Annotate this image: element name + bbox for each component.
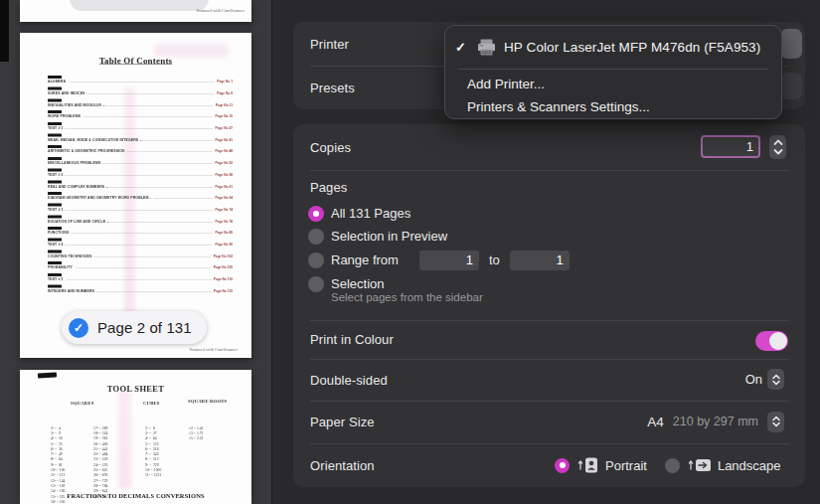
toolsheet-squares-col-b: 17² = 28918² = 32419² = 36120² = 40021² …	[93, 410, 107, 499]
menu-item-add-printer[interactable]: Add Printer...	[445, 73, 781, 95]
toc-entry: WORD PROBLEMS Page No 15	[48, 110, 233, 122]
toc-chapter-blob	[48, 76, 62, 79]
toc-leader-dots	[66, 210, 213, 211]
printer-dropdown-menu: ✓ HP Color LaserJet MFP M476dn (F5A953) …	[444, 25, 782, 119]
toc-chapter-blob	[48, 215, 62, 218]
print-in-colour-toggle[interactable]	[755, 331, 788, 351]
toc-entry-page: Page No 48	[215, 149, 233, 153]
range-from-input[interactable]: 1	[419, 251, 479, 270]
toc-entry-page: Page No 15	[215, 114, 233, 118]
orientation-portrait-radio[interactable]	[555, 458, 570, 473]
toc-entry-page: Page No 85	[215, 231, 233, 235]
thumbnail-page-2[interactable]: Table Of Contents ALGEBRA Page No 1	[20, 33, 251, 358]
presets-row-label: Presets	[310, 66, 355, 109]
toc-entry: COUNTING TECHNIQUES Page No 102	[48, 250, 233, 261]
double-sided-stepper[interactable]	[767, 369, 784, 390]
toc-entry-title: MEAN, MEDIAN, MODE & CONSECUTIVE INTEGER…	[48, 137, 138, 141]
toc-entry: EQUATION OF LINE AND CIRCLE Page No 78	[48, 215, 233, 227]
toc-chapter-blob	[48, 261, 62, 264]
checkmark-icon: ✓	[69, 318, 88, 338]
toc-entry: DIAGRAM GEOMETRY AND GEOMETRY WORD PROBL…	[48, 192, 233, 204]
toc-entry-page: Page No 27	[215, 126, 233, 130]
scan-ink-mark	[38, 372, 57, 378]
toc-entry: TEST # 3 Page No 74	[48, 204, 233, 216]
pages-option-range[interactable]: Range from 1 to 1	[308, 249, 570, 271]
pages-label: Pages	[310, 170, 347, 204]
toc-entry-title: ALGEBRA	[48, 80, 66, 84]
orientation-landscape-label[interactable]: Landscape	[718, 458, 781, 473]
pages-option-selection-in-preview[interactable]: Selection in Preview	[308, 225, 447, 248]
toolsheet-roots-col: √2 = 1.41√3 = 1.73√5 = 2.23	[189, 410, 203, 441]
copies-input[interactable]: 1	[701, 135, 760, 158]
toc-entry: INEQUALITIES AND MODULUS Page No 11	[48, 98, 233, 110]
toc-entry: FUNCTIONS Page No 85	[48, 227, 233, 239]
toolsheet-header-squares: SQUARES	[71, 401, 93, 406]
paper-size-detail: 210 by 297 mm	[673, 415, 758, 428]
radio-icon[interactable]	[308, 229, 324, 245]
toc-entry-title: INTEGERS AND NUMBERS	[48, 289, 94, 293]
presets-popup-button[interactable]	[780, 73, 802, 99]
current-page-badge: ✓ Page 2 of 131	[62, 311, 207, 344]
toc-leader-dots	[107, 222, 213, 223]
toc-entry-page: Page No 61	[215, 184, 233, 188]
sidebar-divider	[271, 0, 272, 504]
toc-leader-dots	[154, 198, 213, 199]
toolsheet-title: TOOL SHEET	[20, 384, 251, 394]
range-to-input[interactable]: 1	[510, 251, 570, 270]
toolsheet-header-cubes: CUBES	[143, 401, 160, 406]
toc-entry-page: Page No 64	[215, 196, 233, 200]
toc-entry: TEST # 4 Page No 95	[48, 239, 233, 251]
radio-icon[interactable]	[308, 252, 324, 268]
thumbnail-page-3[interactable]: TOOL SHEET SQUARES CUBES SQUARE ROOTS 2²…	[20, 370, 251, 504]
toc-leader-dots	[93, 256, 211, 257]
toc-entry-title: COUNTING TECHNIQUES	[48, 253, 91, 257]
toc-entry-title: EQUATION OF LINE AND CIRCLE	[48, 219, 105, 223]
copies-stepper[interactable]	[769, 135, 786, 159]
toc-entry-page: Page No 102	[214, 253, 233, 257]
toc-entry-page: Page No 41	[215, 137, 233, 141]
menu-divider	[458, 69, 768, 70]
print-settings-card: Copies 1 Pages All 131 Pages Selection i…	[293, 124, 805, 487]
toc-entry-page: Page No 115	[214, 289, 233, 293]
toolsheet-squares-col-a: 2² = 43² = 94² = 165² = 256² = 367² = 49…	[51, 410, 65, 504]
toc-entry-title: TEST # 1	[48, 126, 64, 130]
print-in-colour-label: Print in Colour	[310, 320, 394, 359]
camscanner-watermark: Scanned with CamScanner	[190, 347, 238, 352]
toc-entry-title: TEST # 2	[48, 173, 64, 177]
toc-list: ALGEBRA Page No 1 SURDS AND INDICES Page…	[48, 76, 233, 296]
toc-leader-dots	[66, 175, 213, 176]
toc-entry: PROBABILITY Page No 105	[48, 261, 233, 273]
toc-entry-page: Page No 58	[215, 173, 233, 177]
radio-icon[interactable]	[308, 276, 324, 292]
pages-option-all[interactable]: All 131 Pages	[308, 202, 410, 225]
toc-leader-dots	[106, 187, 213, 188]
toc-entry-page: Page No 110	[214, 277, 233, 281]
row-divider	[310, 401, 789, 402]
printer-row-label: Printer	[310, 22, 349, 66]
toc-chapter-blob	[48, 157, 62, 160]
toc-entry-page: Page No 52	[215, 161, 233, 165]
orientation-portrait-label[interactable]: Portrait	[605, 458, 647, 473]
toc-chapter-blob	[48, 250, 62, 252]
printer-icon	[476, 39, 497, 56]
menu-item-printers-scanners-settings[interactable]: Printers & Scanners Settings...	[445, 95, 781, 118]
toc-chapter-blob	[48, 204, 62, 207]
paper-size-stepper[interactable]	[767, 412, 784, 432]
toc-entry-title: PROBABILITY	[48, 265, 73, 269]
toc-leader-dots	[103, 105, 213, 106]
toc-entry: TEST # 5 Page No 110	[48, 273, 233, 285]
printer-popup-button[interactable]	[780, 29, 802, 59]
toc-chapter-blob	[48, 239, 62, 242]
thumbnail-page-1[interactable]: Scanned with CamScanner	[20, 0, 251, 22]
radio-selected-icon[interactable]	[308, 206, 324, 222]
camscanner-watermark: Scanned with CamScanner	[197, 8, 245, 13]
toc-chapter-blob	[48, 169, 62, 172]
orientation-landscape-radio[interactable]	[665, 458, 680, 473]
toc-chapter-blob	[48, 133, 62, 136]
toc-leader-dots	[102, 163, 213, 164]
toc-chapter-blob	[48, 98, 62, 101]
window-corner	[0, 0, 9, 62]
menu-item-selected-printer[interactable]: ✓ HP Color LaserJet MFP M476dn (F5A953)	[445, 26, 781, 68]
selection-hint: Select pages from the sidebar	[331, 291, 483, 303]
toolsheet-footer: FRACTIONS TO DECIMALS CONVERSIONS	[20, 492, 251, 500]
